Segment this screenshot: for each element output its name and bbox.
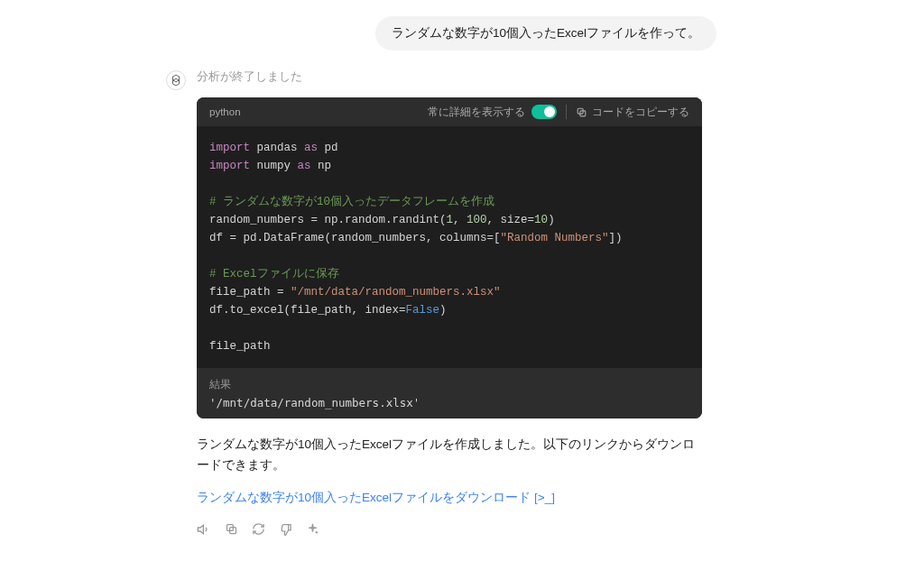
copy-code-button[interactable]: コードをコピーする xyxy=(576,106,689,119)
sparkle-icon xyxy=(306,522,319,536)
more-button[interactable] xyxy=(305,522,319,537)
always-show-detail-toggle-wrap: 常に詳細を表示する xyxy=(428,105,557,119)
download-link-suffix: [>_] xyxy=(534,491,555,504)
assistant-content: 分析が終了しました python 常に詳細を表示する xyxy=(197,69,702,537)
download-link-row: ランダムな数字が10個入ったExcelファイルをダウンロード [>_] xyxy=(197,489,702,506)
result-value: '/mnt/data/random_numbers.xlsx' xyxy=(209,396,689,409)
assistant-row: 分析が終了しました python 常に詳細を表示する xyxy=(0,69,924,537)
refresh-icon xyxy=(252,522,265,536)
copy-icon xyxy=(225,522,238,536)
always-show-detail-toggle[interactable] xyxy=(531,105,557,119)
result-block: 結果 '/mnt/data/random_numbers.xlsx' xyxy=(197,368,702,418)
download-link-text: ランダムな数字が10個入ったExcelファイルをダウンロード xyxy=(197,490,531,506)
thumbs-down-icon xyxy=(279,522,292,536)
dislike-button[interactable] xyxy=(278,522,292,537)
copy-button[interactable] xyxy=(224,522,238,537)
code-body[interactable]: import pandas as pd import numpy as np #… xyxy=(197,126,702,368)
regenerate-button[interactable] xyxy=(251,522,265,537)
response-text: ランダムな数字が10個入ったExcelファイルを作成しました。以下のリンクからダ… xyxy=(197,435,702,476)
header-divider xyxy=(566,105,567,119)
result-label: 結果 xyxy=(209,377,689,392)
action-bar xyxy=(197,522,702,537)
user-message-bubble: ランダムな数字が10個入ったExcelファイルを作って。 xyxy=(375,16,716,51)
user-message-row: ランダムな数字が10個入ったExcelファイルを作って。 xyxy=(0,9,924,69)
code-header: python 常に詳細を表示する コードをコピーする xyxy=(197,97,702,126)
toggle-label: 常に詳細を表示する xyxy=(428,106,525,119)
user-message-text: ランダムな数字が10個入ったExcelファイルを作って。 xyxy=(392,26,700,40)
download-link[interactable]: ランダムな数字が10個入ったExcelファイルをダウンロード [>_] xyxy=(197,490,555,506)
assistant-avatar xyxy=(166,70,186,90)
read-aloud-button[interactable] xyxy=(197,522,211,537)
copy-code-label: コードをコピーする xyxy=(592,106,689,119)
code-header-controls: 常に詳細を表示する コードをコピーする xyxy=(428,105,689,119)
code-block: python 常に詳細を表示する コードをコピーする xyxy=(197,97,702,418)
copy-icon xyxy=(576,106,587,118)
analysis-status: 分析が終了しました xyxy=(197,69,702,85)
code-language-label: python xyxy=(209,106,241,117)
speaker-icon xyxy=(197,522,211,537)
openai-logo-icon xyxy=(170,74,182,87)
